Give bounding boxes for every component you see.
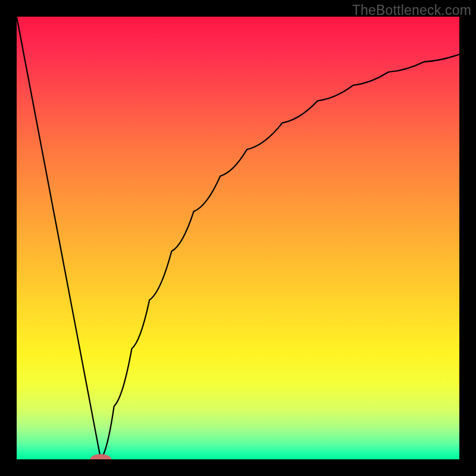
gradient-background [17, 17, 459, 459]
chart-svg [17, 17, 459, 459]
watermark-text: TheBottleneck.com [352, 2, 471, 18]
chart-frame: TheBottleneck.com [0, 0, 476, 476]
plot-area [17, 17, 459, 459]
